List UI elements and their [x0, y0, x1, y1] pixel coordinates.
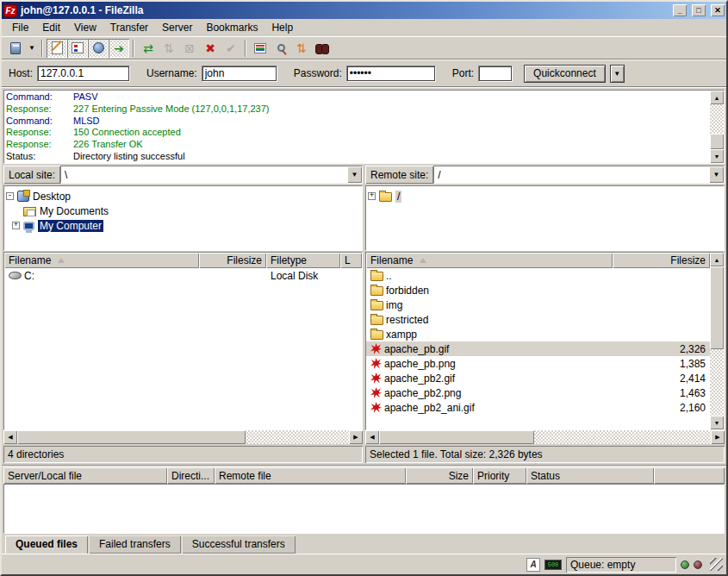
toggle-local-tree-button[interactable]	[67, 39, 88, 58]
tree-item-root[interactable]: + /	[368, 189, 722, 203]
scroll-up-icon[interactable]: ▲	[710, 253, 724, 266]
password-input[interactable]	[346, 66, 436, 82]
column-filesize[interactable]: Filesize	[199, 253, 266, 268]
scroll-right-icon[interactable]: ▶	[711, 430, 725, 444]
column-size[interactable]: Size	[406, 467, 473, 484]
remote-file-row[interactable]: xampp	[366, 327, 710, 341]
maximize-button[interactable]: □	[692, 4, 706, 16]
divider	[2, 86, 726, 88]
chevron-down-icon[interactable]: ▼	[347, 166, 362, 183]
quickconnect-dropdown-button[interactable]: ▼	[610, 65, 625, 83]
close-button[interactable]: ✕	[711, 4, 725, 16]
scroll-down-icon[interactable]: ▼	[710, 416, 724, 429]
quickconnect-button[interactable]: Quickconnect	[524, 65, 606, 83]
remote-list-header: Filename Filesize	[366, 253, 710, 268]
remote-file-row[interactable]: apache_pb2.gif 2,414	[366, 371, 710, 385]
site-manager-button[interactable]	[5, 39, 26, 58]
column-filename[interactable]: Filename	[366, 253, 613, 268]
toggle-transfer-queue-button[interactable]: ➔	[109, 39, 129, 58]
remote-file-row[interactable]: ..	[366, 268, 710, 283]
menu-bar: File Edit View Transfer Server Bookmarks…	[2, 19, 726, 36]
column-priority[interactable]: Priority	[473, 467, 526, 484]
tree-item-label: My Documents	[40, 205, 109, 217]
toolbar-separator	[133, 40, 134, 57]
column-server-local-file[interactable]: Server/Local file	[3, 467, 167, 484]
menu-bookmarks[interactable]: Bookmarks	[199, 20, 264, 35]
process-queue-button[interactable]: ⇅	[159, 39, 179, 58]
menu-help[interactable]: Help	[264, 20, 300, 35]
menu-edit[interactable]: Edit	[35, 20, 67, 35]
column-status[interactable]: Status	[526, 467, 654, 484]
file-name: xampp	[386, 329, 417, 341]
resize-grip[interactable]	[710, 558, 723, 571]
scroll-left-icon[interactable]: ◀	[3, 430, 17, 444]
toolbar-separator	[41, 40, 43, 57]
column-filename[interactable]: Filename	[4, 253, 199, 268]
remote-horizontal-scrollbar[interactable]: ◀ ▶	[365, 430, 725, 444]
menu-transfer[interactable]: Transfer	[103, 20, 155, 35]
remote-file-row[interactable]: apache_pb2.png 1,463	[366, 385, 710, 400]
username-input[interactable]	[202, 66, 277, 82]
directory-comparison-button[interactable]	[271, 39, 291, 58]
filter-button[interactable]	[250, 39, 271, 58]
remote-site-combobox[interactable]: / ▼	[433, 166, 725, 184]
remote-file-row[interactable]: apache_pb.png 1,385	[366, 356, 710, 371]
remote-file-row[interactable]: forbidden	[366, 283, 710, 297]
synchronized-browsing-button[interactable]: ⇅	[291, 39, 312, 58]
local-site-combobox[interactable]: \ ▼	[60, 166, 363, 184]
menu-server[interactable]: Server	[155, 20, 199, 35]
refresh-button[interactable]: ⇄	[138, 39, 159, 58]
scrollbar-thumb[interactable]	[379, 430, 534, 444]
sort-ascending-icon	[58, 258, 65, 263]
log-line: Status:Directory listing successful	[6, 151, 708, 163]
scroll-right-icon[interactable]: ▶	[349, 430, 363, 444]
scroll-left-icon[interactable]: ◀	[365, 430, 379, 444]
minimize-button[interactable]: _	[673, 4, 687, 16]
site-manager-dropdown-button[interactable]: ▼	[26, 39, 38, 58]
status-bar: A 500 Queue: empty	[2, 554, 726, 574]
find-files-button[interactable]	[312, 39, 333, 58]
cancel-operation-button[interactable]: ⊠	[179, 39, 200, 58]
remote-vertical-scrollbar[interactable]: ▲ ▼	[710, 253, 724, 429]
remote-site-value: /	[438, 169, 440, 181]
column-remote-file[interactable]: Remote file	[215, 467, 406, 484]
host-input[interactable]	[37, 66, 130, 82]
toggle-remote-tree-button[interactable]	[88, 39, 109, 58]
column-direction[interactable]: Directi...	[167, 467, 215, 484]
chevron-down-icon[interactable]: ▼	[709, 166, 724, 183]
column-filetype[interactable]: Filetype	[266, 253, 340, 268]
scrollbar-thumb[interactable]	[17, 430, 246, 444]
local-site-row: Local site: \ ▼	[3, 166, 363, 184]
column-filesize[interactable]: Filesize	[613, 253, 710, 268]
remote-file-row[interactable]: apache_pb2_ani.gif 2,160	[366, 400, 710, 415]
column-last-modified[interactable]: L	[340, 253, 362, 268]
remote-file-row[interactable]: img	[366, 297, 710, 312]
reconnect-button[interactable]: ✔	[221, 39, 241, 58]
scroll-up-icon[interactable]: ▲	[710, 91, 724, 104]
scrollbar-thumb[interactable]	[710, 266, 724, 349]
menu-file[interactable]: File	[5, 20, 35, 35]
scroll-down-icon[interactable]: ▼	[710, 149, 724, 163]
transfer-type-icon: A	[526, 558, 540, 572]
folder-icon	[370, 286, 383, 296]
tab-queued-files[interactable]: Queued files	[5, 535, 88, 554]
tree-item-desktop[interactable]: - Desktop	[6, 189, 360, 203]
port-input[interactable]	[478, 66, 513, 82]
tab-failed-transfers[interactable]: Failed transfers	[89, 535, 181, 554]
scrollbar-thumb[interactable]	[710, 134, 724, 149]
menu-view[interactable]: View	[67, 20, 103, 35]
tree-item-my-documents[interactable]: My Documents	[6, 203, 360, 218]
remote-file-row-selected[interactable]: apache_pb.gif 2,326	[366, 341, 710, 356]
expand-icon[interactable]: +	[368, 192, 376, 200]
remote-file-row[interactable]: restricted	[366, 312, 710, 327]
tab-successful-transfers[interactable]: Successful transfers	[182, 535, 296, 554]
tree-item-my-computer[interactable]: + My Computer	[6, 218, 360, 233]
log-vertical-scrollbar[interactable]: ▲ ▼	[710, 91, 724, 163]
toggle-message-log-button[interactable]	[47, 39, 67, 58]
expand-icon[interactable]: +	[12, 222, 20, 229]
disconnect-button[interactable]: ✖	[200, 39, 221, 58]
local-horizontal-scrollbar[interactable]: ◀ ▶	[3, 430, 363, 444]
local-file-row-c-drive[interactable]: C: Local Disk	[4, 268, 362, 283]
queue-list[interactable]	[3, 484, 725, 534]
collapse-icon[interactable]: -	[6, 192, 14, 200]
